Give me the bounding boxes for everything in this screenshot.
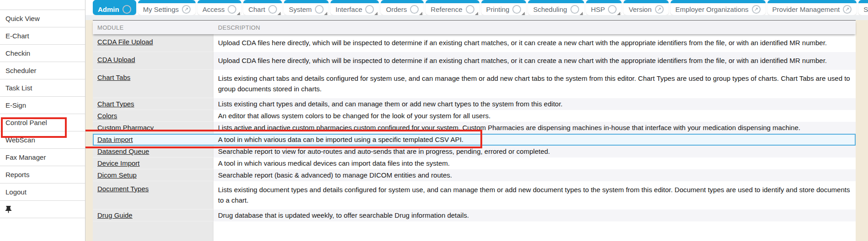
module-description: Searchable report to view for auto-route… — [213, 146, 856, 157]
module-link[interactable]: Custom Pharmacy — [97, 124, 154, 131]
sidebar-item-e-chart[interactable]: E-Chart — [0, 27, 85, 45]
external-link-icon: ↗ — [843, 5, 852, 14]
external-link-icon — [122, 5, 131, 14]
sidebar-item-quick-view[interactable]: Quick View — [0, 10, 85, 27]
external-link-icon — [608, 5, 617, 14]
module-description: Lists active and inactive custom pharmac… — [213, 122, 856, 134]
tab-reference[interactable]: Reference — [426, 0, 479, 15]
module-description: Drug database that is updated weekly, to… — [213, 210, 856, 221]
module-description: Upload CDA files here directly, which wi… — [213, 34, 856, 52]
table-row-cda-upload: CDA Upload Upload CDA files here directl… — [93, 52, 856, 70]
table-row-ccda-file-upload: CCDA File Upload Upload CDA files here d… — [93, 34, 856, 52]
table-body: CCDA File Upload Upload CDA files here d… — [93, 34, 856, 221]
module-description: Lists existing chart types and details, … — [213, 98, 856, 110]
module-description: A tool in which various medical devices … — [213, 157, 856, 169]
page: { "app": { "accent_blue": "#18a0d8", "an… — [0, 0, 868, 241]
table-row-document-types: Document Types Lists existing document t… — [93, 181, 856, 210]
sidebar-item-e-sign[interactable]: E-Sign — [0, 97, 85, 114]
control-panel-module-table: MODULE DESCRIPTION CCDA File Upload Uplo… — [93, 20, 856, 241]
tab-hsp[interactable]: HSP — [586, 0, 622, 15]
column-header-module: MODULE — [93, 21, 213, 34]
module-link[interactable]: CCDA File Upload — [97, 38, 153, 46]
table-row-chart-tabs: Chart Tabs Lists existing chart tabs and… — [93, 70, 856, 98]
table-row-chart-types: Chart Types Lists existing chart types a… — [93, 98, 856, 110]
module-description: Lists existing chart tabs and details co… — [213, 70, 856, 98]
external-link-icon: ↗ — [182, 5, 191, 14]
external-link-icon: ↗ — [655, 5, 664, 14]
table-header: MODULE DESCRIPTION — [93, 21, 856, 34]
table-filler — [93, 221, 856, 241]
tab-access[interactable]: Access — [197, 0, 241, 15]
module-link[interactable]: Data import — [97, 136, 133, 143]
module-link[interactable]: Drug Guide — [97, 211, 133, 219]
external-link-icon — [570, 5, 579, 14]
column-header-description: DESCRIPTION — [213, 21, 856, 34]
tab-system[interactable]: System — [284, 0, 329, 15]
sidebar-item-logout[interactable]: Logout — [0, 183, 85, 201]
module-link[interactable]: Device Import — [97, 159, 140, 167]
table-row-data-import: Data import A tool in which various data… — [93, 134, 856, 146]
module-description: Searchable report (basic & advanced) to … — [213, 169, 856, 181]
module-link[interactable]: Chart Tabs — [97, 73, 130, 81]
external-link-icon: ↗ — [752, 5, 761, 14]
table-row-dicom-setup: Dicom Setup Searchable report (basic & a… — [93, 169, 856, 181]
module-link[interactable]: Datasend Queue — [97, 147, 149, 155]
table-row-colors: Colors An editor that allows system colo… — [93, 110, 856, 122]
page-background-right — [856, 20, 868, 241]
sidebar-item-checkin[interactable]: Checkin — [0, 45, 85, 62]
module-description: A tool in which various data can be impo… — [213, 134, 856, 146]
sidebar-pin-item[interactable] — [0, 201, 85, 218]
tab-interface[interactable]: Interface — [330, 0, 379, 15]
tab-employer-organizations[interactable]: Employer Organizations ↗ — [671, 0, 766, 15]
pin-icon — [5, 206, 11, 213]
module-link[interactable]: Chart Types — [97, 100, 134, 108]
tab-provider-management[interactable]: Provider Management ↗ — [767, 0, 857, 15]
external-link-icon — [466, 5, 474, 14]
table-row-device-import: Device Import A tool in which various me… — [93, 157, 856, 169]
external-link-icon — [315, 5, 324, 14]
sidebar-item-reports[interactable]: Reports — [0, 166, 85, 183]
sidebar: Quick View E-Chart Checkin Scheduler Tas… — [0, 0, 85, 241]
sidebar-nav: Quick View E-Chart Checkin Scheduler Tas… — [0, 10, 85, 201]
module-link[interactable]: Document Types — [97, 185, 149, 193]
external-link-icon — [365, 5, 374, 14]
module-description: An editor that allows system colors to b… — [213, 110, 856, 122]
table-row-custom-pharmacy: Custom Pharmacy Lists active and inactiv… — [93, 122, 856, 134]
sidebar-item-control-panel[interactable]: Control Panel — [0, 114, 85, 131]
tab-orders[interactable]: Orders — [381, 0, 424, 15]
module-link[interactable]: Dicom Setup — [97, 171, 137, 179]
module-description: Upload CDA files here directly, which wi… — [213, 52, 856, 70]
external-link-icon — [410, 5, 419, 14]
module-link[interactable]: Colors — [97, 112, 117, 120]
tab-scheduling[interactable]: Scheduling — [528, 0, 584, 15]
tab-bar: Admin My Settings ↗ Access Chart System … — [93, 0, 868, 15]
tab-my-settings[interactable]: My Settings ↗ — [138, 0, 196, 15]
module-description: Lists existing document types and detail… — [213, 181, 856, 210]
external-link-icon — [512, 5, 521, 14]
sidebar-item-fax-manager[interactable]: Fax Manager — [0, 149, 85, 166]
sidebar-item-task-list[interactable]: Task List — [0, 79, 85, 97]
external-link-icon — [268, 5, 277, 14]
tab-printing[interactable]: Printing — [481, 0, 527, 15]
tab-admin[interactable]: Admin — [93, 0, 136, 15]
sidebar-item-webscan[interactable]: WebScan — [0, 131, 85, 149]
module-link[interactable]: CDA Upload — [97, 56, 135, 63]
tab-chart[interactable]: Chart — [243, 0, 282, 15]
table-row-datasend-queue: Datasend Queue Searchable report to view… — [93, 146, 856, 157]
table-row-drug-guide: Drug Guide Drug database that is updated… — [93, 210, 856, 221]
tab-version[interactable]: Version ↗ — [623, 0, 668, 15]
sidebar-item-scheduler[interactable]: Scheduler — [0, 62, 85, 79]
tabbar-underlay — [85, 15, 868, 20]
page-background-gap — [85, 20, 93, 241]
external-link-icon — [228, 5, 236, 14]
tab-similar-exposure-groups-segs[interactable]: Similar Exposure Groups (SEGs) ↗ — [858, 0, 868, 15]
sidebar-spacer — [0, 0, 85, 10]
